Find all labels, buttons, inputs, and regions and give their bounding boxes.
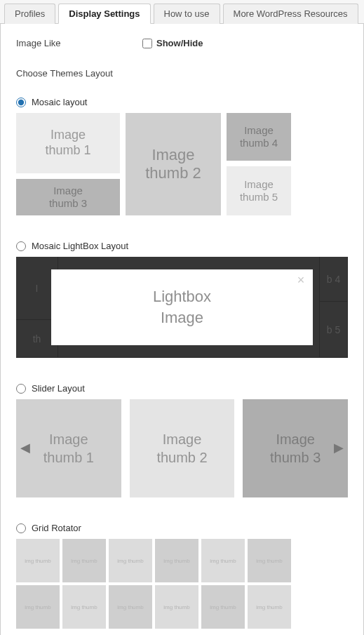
radio-grid-rotator-label[interactable]: Grid Rotator [32, 523, 81, 533]
close-icon[interactable]: × [295, 274, 307, 286]
show-hide-label: Show/Hide [156, 38, 203, 48]
chevron-right-icon[interactable]: ▶ [334, 440, 344, 456]
lightbox-preview: I th b 4 b 5 LightboxImage × [16, 257, 348, 358]
tab-how-to-use[interactable]: How to use [154, 4, 220, 24]
grid-cell: img thumb [155, 585, 198, 629]
grid-cell: img thumb [62, 585, 106, 629]
grid-cell: img thumb [109, 539, 152, 582]
radio-lightbox-label[interactable]: Mosaic LightBox Layout [32, 241, 128, 251]
radio-slider[interactable] [16, 384, 26, 394]
slider-slide-2: Image thumb 2 [130, 399, 235, 497]
slider-slide-3: Image thumb 3 ▶ [243, 399, 348, 497]
choose-layout-heading: Choose Themes Layout [16, 68, 348, 79]
grid-cell: img thumb [248, 539, 291, 582]
mosaic-thumb-4: Image thumb 4 [227, 113, 291, 161]
grid-cell: img thumb [109, 585, 152, 629]
mosaic-thumb-5: Image thumb 5 [227, 166, 291, 215]
radio-slider-label[interactable]: Slider Layout [32, 383, 85, 394]
settings-panel: Image Like Show/Hide Choose Themes Layou… [0, 24, 364, 635]
tab-more-resources[interactable]: More WordPress Resources [223, 4, 358, 24]
lightbox-bg-tile: b 5 [320, 302, 348, 358]
mosaic-thumb-1: Image thumb 1 [16, 113, 120, 173]
mosaic-thumb-3: Image thumb 3 [16, 179, 120, 215]
grid-cell: img thumb [201, 539, 245, 582]
image-like-label: Image Like [16, 38, 142, 48]
tab-profiles[interactable]: Profiles [4, 4, 55, 24]
mosaic-preview: Image thumb 1 Image thumb 3 Image thumb … [16, 113, 348, 215]
grid-cell: img thumb [201, 585, 245, 629]
mosaic-thumb-2: Image thumb 2 [126, 113, 221, 215]
slider-slide-2-label: Image thumb 2 [156, 430, 207, 467]
lightbox-bg-tile: b 4 [320, 257, 348, 302]
slider-slide-1: ◀ Image thumb 1 [16, 399, 121, 497]
chevron-left-icon[interactable]: ◀ [20, 440, 30, 456]
slider-preview: ◀ Image thumb 1 Image thumb 2 Image thum… [16, 399, 348, 497]
radio-lightbox[interactable] [16, 241, 26, 251]
grid-rotator-preview: img thumb img thumb img thumb img thumb … [16, 539, 348, 629]
grid-cell: img thumb [16, 539, 60, 582]
grid-cell: img thumb [62, 539, 106, 582]
show-hide-checkbox[interactable] [142, 39, 152, 48]
lightbox-modal: LightboxImage × [51, 269, 313, 345]
lightbox-modal-text: LightboxImage [153, 286, 211, 328]
grid-cell: img thumb [16, 585, 60, 629]
tab-display-settings[interactable]: Display Settings [58, 4, 150, 24]
radio-grid-rotator[interactable] [16, 523, 26, 533]
grid-cell: img thumb [155, 539, 198, 582]
show-hide-option[interactable]: Show/Hide [142, 38, 203, 48]
tab-bar: Profiles Display Settings How to use Mor… [0, 0, 364, 24]
grid-cell: img thumb [248, 585, 291, 629]
slider-slide-3-label: Image thumb 3 [270, 430, 321, 467]
radio-mosaic-label[interactable]: Mosaic layout [32, 97, 87, 107]
slider-slide-1-label: Image thumb 1 [43, 430, 94, 467]
radio-mosaic[interactable] [16, 98, 26, 107]
